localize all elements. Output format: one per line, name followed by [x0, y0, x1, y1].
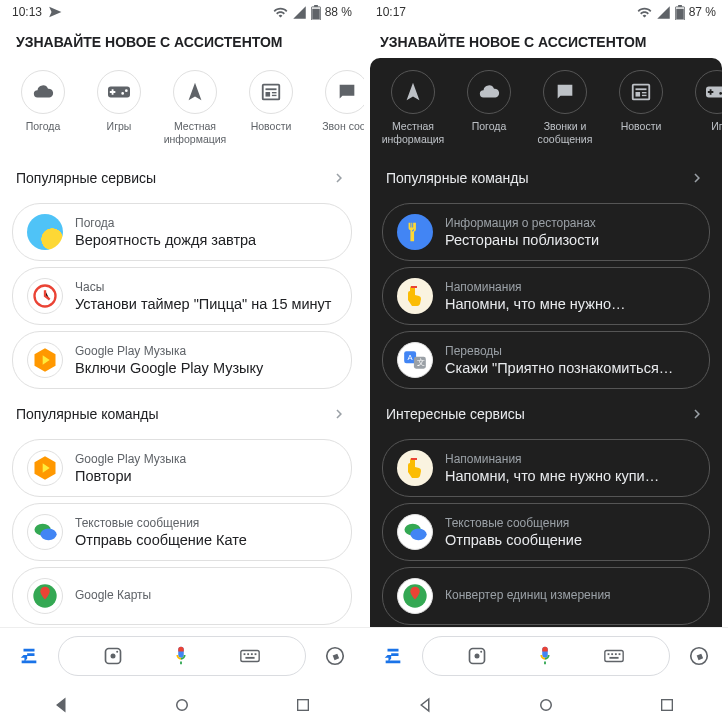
card-subtitle: Google Play Музыка	[75, 344, 337, 358]
card-title: Напомни, что мне нужно…	[445, 296, 695, 312]
bottom-bar	[0, 627, 364, 683]
mic-icon[interactable]	[170, 645, 192, 667]
category-chip-chat[interactable]: Звон сооб	[312, 70, 364, 145]
section-title: Популярные сервисы	[16, 170, 330, 186]
suggestion-card[interactable]: НапоминанияНапомни, что мне нужно…	[382, 267, 710, 325]
svg-rect-37	[411, 458, 417, 460]
nav-home[interactable]	[152, 696, 212, 714]
card-badge	[397, 578, 433, 614]
page-title: УЗНАВАЙТЕ НОВОЕ С АССИСТЕНТОМ	[0, 24, 364, 58]
search-pill[interactable]	[58, 636, 306, 676]
explore-icon[interactable]	[324, 645, 346, 667]
suggestion-card[interactable]: Конвертер единиц измерения	[382, 567, 710, 625]
card-subtitle: Погода	[75, 216, 337, 230]
chip-label: Новости	[251, 120, 292, 133]
card-badge	[397, 214, 433, 250]
suggestion-card[interactable]: Информация о ресторанахРестораны поблизо…	[382, 203, 710, 261]
chip-label: Звонки и сообщения	[530, 120, 600, 145]
section-header-2[interactable]: Интересные сервисы	[370, 395, 722, 433]
chat-icon	[325, 70, 364, 114]
search-pill[interactable]	[422, 636, 670, 676]
section-header-1[interactable]: Популярные команды	[370, 159, 722, 197]
lens-icon[interactable]	[103, 646, 123, 666]
category-chip-gamepad[interactable]: Иг	[682, 70, 722, 145]
chip-label: Звон сооб	[322, 120, 364, 133]
svg-rect-23	[298, 700, 309, 711]
bottom-bar	[364, 627, 728, 683]
svg-rect-1	[314, 5, 318, 7]
android-nav	[0, 683, 364, 727]
signal-icon	[292, 5, 307, 20]
updates-icon[interactable]	[382, 645, 404, 667]
card-badge	[397, 450, 433, 486]
wifi-icon	[637, 5, 652, 20]
category-chip-chat[interactable]: Звонки и сообщения	[530, 70, 600, 145]
suggestion-card[interactable]: Google Play МузыкаВключи Google Play Муз…	[12, 331, 352, 389]
suggestion-card[interactable]: A文ПереводыСкажи "Приятно познакомиться…	[382, 331, 710, 389]
card-title: Отправь сообщение Кате	[75, 532, 337, 548]
category-chip-cloud[interactable]: Погода	[8, 70, 78, 145]
suggestion-card[interactable]: ПогодаВероятность дождя завтра	[12, 203, 352, 261]
cloud-icon	[467, 70, 511, 114]
nav-recent[interactable]	[273, 697, 333, 713]
card-subtitle: Конвертер единиц измерения	[445, 588, 695, 602]
keyboard-icon[interactable]	[239, 645, 261, 667]
category-chip-news[interactable]: Новости	[236, 70, 306, 145]
svg-rect-18	[251, 653, 253, 655]
category-chip-nav[interactable]: Местная информация	[160, 70, 230, 145]
svg-rect-48	[619, 653, 621, 655]
svg-rect-2	[312, 8, 320, 18]
nav-home[interactable]	[516, 696, 576, 714]
card-subtitle: Переводы	[445, 344, 695, 358]
chip-label: Местная информация	[160, 120, 230, 145]
card-title: Отправь сообщение	[445, 532, 695, 548]
suggestion-card[interactable]: НапоминанияНапомни, что мне нужно купи…	[382, 439, 710, 497]
svg-point-14	[116, 650, 118, 652]
svg-rect-7	[272, 95, 277, 96]
status-battery: 87 %	[689, 5, 716, 19]
category-chip-gamepad[interactable]: Игры	[84, 70, 154, 145]
explore-icon[interactable]	[688, 645, 710, 667]
category-chip-cloud[interactable]: Погода	[454, 70, 524, 145]
svg-rect-52	[662, 700, 673, 711]
svg-rect-31	[642, 95, 647, 96]
section-header-1[interactable]: Популярные сервисы	[0, 159, 364, 197]
category-chips: ПогодаИгрыМестная информацияНовостиЗвон …	[0, 58, 364, 159]
nav-back[interactable]	[395, 696, 455, 714]
svg-rect-15	[241, 650, 259, 661]
suggestion-card[interactable]: Google Play МузыкаПовтори	[12, 439, 352, 497]
card-subtitle: Информация о ресторанах	[445, 216, 695, 230]
category-chip-news[interactable]: Новости	[606, 70, 676, 145]
section-header-2[interactable]: Популярные команды	[0, 395, 364, 433]
content: ПогодаИгрыМестная информацияНовостиЗвон …	[0, 58, 364, 627]
card-subtitle: Google Карты	[75, 588, 337, 602]
svg-point-39	[410, 529, 426, 541]
updates-icon[interactable]	[18, 645, 40, 667]
category-chip-nav[interactable]: Местная информация	[378, 70, 448, 145]
svg-rect-30	[642, 92, 647, 93]
phone-right: 10:17 87 % УЗНАВАЙТЕ НОВОЕ С АССИСТЕНТОМ…	[364, 0, 728, 727]
suggestion-card[interactable]: Текстовые сообщенияОтправь сообщение Кат…	[12, 503, 352, 561]
card-badge	[27, 278, 63, 314]
svg-text:文: 文	[417, 359, 425, 368]
svg-rect-6	[272, 92, 277, 93]
svg-rect-3	[263, 85, 280, 100]
suggestion-card[interactable]: Текстовые сообщенияОтправь сообщение	[382, 503, 710, 561]
suggestion-card[interactable]: Google Карты	[12, 567, 352, 625]
chevron-right-icon	[330, 405, 348, 423]
card-title: Скажи "Приятно познакомиться…	[445, 360, 695, 376]
nav-back[interactable]	[31, 696, 91, 714]
wifi-icon	[273, 5, 288, 20]
card-subtitle: Часы	[75, 280, 337, 294]
keyboard-icon[interactable]	[603, 645, 625, 667]
mic-icon[interactable]	[534, 645, 556, 667]
nav-recent[interactable]	[637, 697, 697, 713]
svg-rect-20	[246, 656, 255, 658]
android-nav	[364, 683, 728, 727]
suggestion-card[interactable]: ЧасыУстанови таймер "Пицца" на 15 минут	[12, 267, 352, 325]
lens-icon[interactable]	[467, 646, 487, 666]
card-badge	[27, 450, 63, 486]
svg-rect-27	[633, 85, 650, 100]
svg-rect-4	[266, 88, 277, 90]
battery-icon	[675, 5, 685, 20]
